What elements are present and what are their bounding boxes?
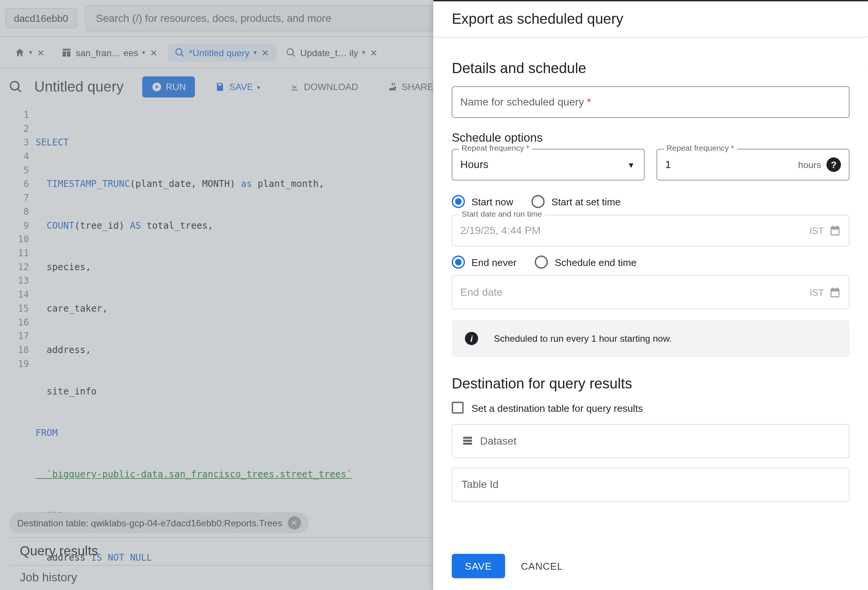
dataset-placeholder: Dataset bbox=[480, 435, 516, 447]
panel-title: Export as scheduled query bbox=[433, 1, 868, 37]
dataset-field[interactable]: Dataset bbox=[452, 424, 850, 459]
field-label: Repeat frequency * bbox=[459, 144, 532, 153]
repeat-frequency-number[interactable]: Repeat frequency * 1 hours? bbox=[657, 149, 850, 180]
field-label: Start date and run time bbox=[459, 209, 544, 219]
help-icon[interactable]: ? bbox=[827, 157, 841, 172]
unit-label: hours bbox=[798, 159, 821, 170]
timezone-label: IST bbox=[810, 225, 824, 236]
schedule-options-heading: Schedule options bbox=[452, 131, 850, 145]
set-destination-checkbox[interactable]: Set a destination table for query result… bbox=[452, 402, 850, 413]
calendar-icon bbox=[829, 225, 841, 236]
number-value: 1 bbox=[665, 159, 671, 170]
repeat-frequency-select[interactable]: Repeat frequency * Hours ▾ bbox=[452, 149, 645, 180]
end-date-field: End date IST bbox=[452, 275, 850, 310]
dataset-icon bbox=[462, 435, 473, 447]
start-date-field: Start date and run time 2/19/25, 4:44 PM… bbox=[452, 215, 850, 246]
start-date-value: 2/19/25, 4:44 PM bbox=[460, 225, 541, 236]
modal-scrim bbox=[0, 0, 433, 590]
checkbox-box bbox=[452, 402, 463, 413]
name-placeholder: Name for scheduled query * bbox=[460, 96, 591, 107]
schedule-info-banner: i Scheduled to run every 1 hour starting… bbox=[452, 320, 850, 357]
schedule-end-time-radio[interactable]: Schedule end time bbox=[535, 255, 637, 269]
scheduled-query-name-field[interactable]: Name for scheduled query * bbox=[452, 86, 850, 118]
table-id-field[interactable]: Table Id bbox=[452, 468, 850, 502]
calendar-icon bbox=[829, 286, 841, 298]
panel-save-button[interactable]: SAVE bbox=[452, 554, 505, 578]
details-heading: Details and schedule bbox=[452, 60, 850, 77]
chevron-down-icon: ▾ bbox=[629, 159, 633, 170]
end-never-radio[interactable]: End never bbox=[452, 255, 517, 269]
destination-heading: Destination for query results bbox=[452, 375, 850, 392]
info-icon: i bbox=[465, 332, 478, 345]
start-at-set-time-radio[interactable]: Start at set time bbox=[532, 195, 620, 208]
info-text: Scheduled to run every 1 hour starting n… bbox=[494, 333, 672, 344]
timezone-label: IST bbox=[810, 287, 824, 298]
select-value: Hours bbox=[460, 159, 489, 170]
end-date-placeholder: End date bbox=[460, 286, 503, 298]
panel-cancel-button[interactable]: CANCEL bbox=[516, 554, 568, 578]
field-label: Repeat frequency * bbox=[664, 144, 737, 153]
start-now-radio[interactable]: Start now bbox=[452, 195, 513, 208]
export-scheduled-query-panel: Export as scheduled query Details and sc… bbox=[433, 0, 868, 590]
table-id-placeholder: Table Id bbox=[462, 479, 498, 491]
checkbox-label: Set a destination table for query result… bbox=[472, 402, 643, 413]
